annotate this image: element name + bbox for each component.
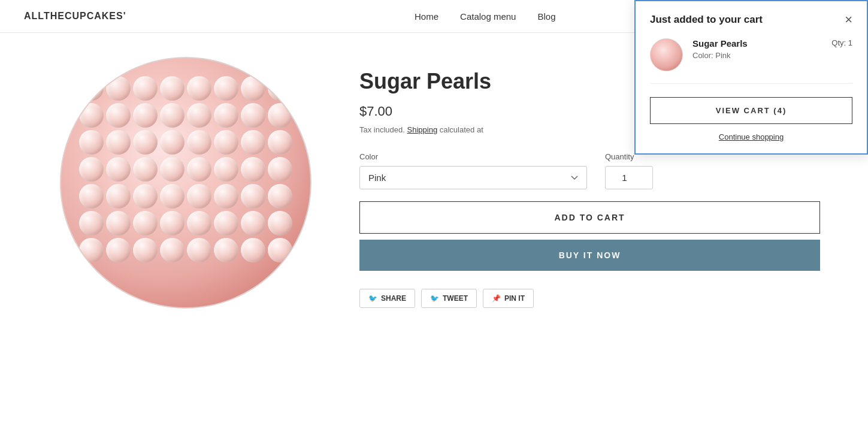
pearl: [214, 103, 238, 128]
buy-now-button[interactable]: BUY IT NOW: [359, 240, 820, 271]
pearl: [187, 211, 211, 235]
color-select[interactable]: Pink White Silver Gold Blue Purple: [359, 166, 587, 189]
pearl: [268, 157, 292, 182]
pearl: [133, 103, 158, 128]
pearl: [214, 184, 238, 209]
pearl: [214, 157, 238, 182]
product-image: [60, 57, 311, 309]
cart-item-thumbnail: [650, 38, 683, 71]
pearl: [268, 238, 292, 262]
pinterest-icon: 📌: [492, 294, 501, 303]
pearl: [187, 157, 211, 182]
shipping-link[interactable]: Shipping: [407, 125, 438, 134]
share-tweet-label: TWEET: [443, 294, 468, 303]
pearl: [79, 103, 104, 128]
share-facebook-label: SHARE: [381, 294, 406, 303]
cart-item-color: Color: Pink: [692, 51, 822, 60]
color-label: Color: [359, 152, 587, 161]
pearl: [241, 238, 265, 262]
pearl: [160, 184, 185, 209]
pearl: [187, 103, 211, 128]
tax-text: Tax included.: [359, 125, 405, 134]
nav-home[interactable]: Home: [415, 11, 438, 22]
shipping-suffix: calculated at: [440, 125, 483, 134]
add-to-cart-button[interactable]: ADD TO CART: [359, 201, 820, 234]
close-cart-popup-button[interactable]: ×: [845, 13, 852, 26]
pearl: [106, 238, 131, 262]
cart-popup-title: Just added to your cart: [650, 14, 763, 26]
nav-blog[interactable]: Blog: [537, 11, 555, 22]
pearl: [79, 211, 104, 235]
pearl: [79, 76, 104, 101]
pearl: [160, 130, 185, 155]
color-option-group: Color Pink White Silver Gold Blue Purple: [359, 152, 587, 189]
pearl: [133, 184, 158, 209]
cart-item-qty: Qty: 1: [831, 38, 852, 47]
pearl: [106, 157, 131, 182]
nav-catalog[interactable]: Catalog menu: [460, 11, 516, 22]
pearl: [160, 76, 185, 101]
share-facebook-button[interactable]: 🐦 SHARE: [359, 289, 415, 308]
pearl: [133, 157, 158, 182]
share-tweet-button[interactable]: 🐦 TWEET: [421, 289, 477, 308]
quantity-option-group: Quantity: [605, 152, 653, 189]
pearl: [106, 76, 131, 101]
main-nav: Home Catalog menu Blog: [415, 11, 555, 22]
pearl: [79, 238, 104, 262]
pearl: [187, 130, 211, 155]
pearl-container: [61, 58, 310, 307]
pearl: [241, 103, 265, 128]
share-pin-label: PIN IT: [504, 294, 525, 303]
pearl: [241, 211, 265, 235]
product-image-area: [48, 57, 323, 309]
pearl: [133, 76, 158, 101]
pearl: [160, 211, 185, 235]
pearl: [79, 130, 104, 155]
pearl: [133, 211, 158, 235]
pearl: [133, 130, 158, 155]
pearl: [133, 238, 158, 262]
pearl: [241, 157, 265, 182]
pearl: [79, 184, 104, 209]
pearl: [106, 103, 131, 128]
view-cart-button[interactable]: VIEW CART (4): [650, 97, 852, 124]
pearl: [268, 103, 292, 128]
options-row: Color Pink White Silver Gold Blue Purple…: [359, 152, 820, 189]
pearl: [106, 211, 131, 235]
pearl: [214, 76, 238, 101]
pearl: [79, 157, 104, 182]
facebook-icon: 🐦: [368, 294, 377, 303]
pearl: [160, 238, 185, 262]
cart-item-info: Sugar Pearls Color: Pink: [692, 38, 822, 60]
share-pin-button[interactable]: 📌 PIN IT: [483, 289, 534, 308]
cart-item: Sugar Pearls Color: Pink Qty: 1: [650, 38, 852, 84]
social-share: 🐦 SHARE 🐦 TWEET 📌 PIN IT: [359, 289, 820, 308]
cart-item-name: Sugar Pearls: [692, 38, 822, 49]
pearl: [214, 238, 238, 262]
quantity-input[interactable]: [605, 166, 653, 189]
pearl: [187, 76, 211, 101]
site-logo: ALLTHECUPCAKES': [24, 11, 126, 22]
pearl: [268, 211, 292, 235]
pearl: [106, 184, 131, 209]
cart-popup-header: Just added to your cart ×: [650, 13, 852, 26]
cart-popup: Just added to your cart × Sugar Pearls C…: [634, 0, 868, 155]
pearl: [241, 184, 265, 209]
pearl: [268, 76, 292, 101]
pearl: [268, 130, 292, 155]
pearl: [187, 184, 211, 209]
pearl: [160, 157, 185, 182]
pearl: [214, 211, 238, 235]
twitter-icon: 🐦: [430, 294, 439, 303]
pearl: [106, 130, 131, 155]
continue-shopping-link[interactable]: Continue shopping: [650, 132, 852, 141]
pearl: [187, 238, 211, 262]
pearl: [160, 103, 185, 128]
pearl: [241, 76, 265, 101]
pearl: [241, 130, 265, 155]
pearl: [214, 130, 238, 155]
pearl: [268, 184, 292, 209]
